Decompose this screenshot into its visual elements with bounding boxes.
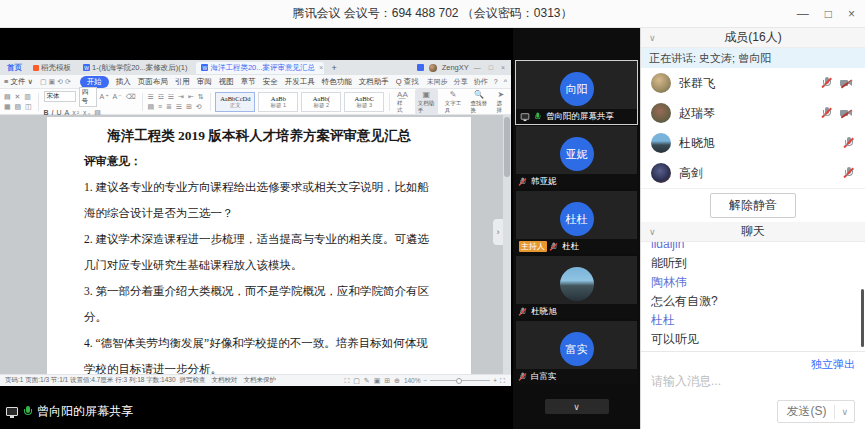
- unmute-button[interactable]: 解除静音: [710, 193, 796, 218]
- member-row-zhangqunfei[interactable]: 张群飞: [641, 68, 865, 98]
- wps-menu-devtools[interactable]: 开发工具: [285, 77, 315, 87]
- wps-menu-find[interactable]: Q 查找: [396, 77, 419, 87]
- styles-tool[interactable]: A͟A样式: [395, 90, 410, 114]
- wps-menu-view[interactable]: 视图: [219, 77, 234, 87]
- protection-status[interactable]: 文档未保护: [244, 376, 277, 385]
- chat-message-list[interactable]: lidaijin 能听到 陶林伟 怎么有自激? 杜杜 可以听见: [641, 242, 865, 351]
- wps-file-menu[interactable]: ≡ 文件 ∨: [4, 77, 33, 87]
- wps-menu-layout[interactable]: 页面布局: [138, 77, 168, 87]
- zoom-slider[interactable]: [430, 380, 490, 381]
- document-page[interactable]: 海洋工程类 2019 版本科人才培养方案评审意见汇总 评审意见： 1. 建议各专…: [47, 117, 471, 374]
- mic-muted-icon[interactable]: [822, 77, 831, 89]
- wps-menu-insert[interactable]: 插入: [116, 77, 131, 87]
- wps-collapse-ribbon-icon[interactable]: ^: [504, 78, 507, 85]
- next-page-button[interactable]: ›: [493, 219, 503, 245]
- video-tile-dudu[interactable]: 杜杜 主持人 杜杜: [516, 191, 637, 254]
- zoom-slider-knob[interactable]: [456, 378, 462, 384]
- close-tab-icon[interactable]: ×: [319, 63, 323, 72]
- send-options-chevron-icon[interactable]: ∨: [835, 405, 854, 419]
- video-tile-hanyani[interactable]: 亚妮 韩亚妮: [516, 126, 637, 189]
- wps-collab-button[interactable]: 协作: [474, 77, 488, 87]
- wps-doc-tab-1[interactable]: W 1-(航海学院20...案修改后)(1): [78, 62, 192, 74]
- style-heading2[interactable]: AaBb( 标题 2: [301, 92, 341, 112]
- mic-muted-icon[interactable]: [844, 167, 853, 179]
- view-mode-icons[interactable]: ⛶ ▢ ✎ ▣ ⊞ ⊕: [344, 377, 400, 385]
- chat-input[interactable]: [651, 372, 855, 390]
- zoom-level[interactable]: 140%: [404, 377, 421, 384]
- chat-sender: lidaijin: [651, 242, 855, 254]
- font-size-select[interactable]: 四号: [79, 87, 97, 107]
- avatar: [651, 163, 671, 183]
- chat-message: 怎么有自激?: [651, 292, 855, 311]
- collapse-strip-button[interactable]: ∨: [545, 399, 609, 414]
- font-name-select[interactable]: 宋体: [44, 91, 76, 102]
- text-tool[interactable]: ✎文字工具: [443, 90, 464, 114]
- wps-sync-status[interactable]: 未同步: [427, 77, 448, 87]
- paragraph-group[interactable]: ☰ ☲ ☱ ⇥ ⇤ ⇅ ▤ ≡ ≣ ☰ ⊞ ⟲: [147, 93, 204, 111]
- video-tile-zengxiangyang[interactable]: 向阳 曾向阳的屏幕共享: [516, 61, 637, 124]
- wps-menu-section[interactable]: 章节: [241, 77, 256, 87]
- style-heading3[interactable]: AaBbC 标题 3: [344, 92, 384, 112]
- review-item: 4. “德智体美劳均衡发展”好像和学校提的不一致。培养目标如何体现学校的目标请进…: [84, 330, 434, 374]
- member-row-duxiaoxu[interactable]: 杜晓旭: [641, 128, 865, 158]
- wps-menu-assistant[interactable]: 文档助手: [359, 77, 389, 87]
- find-replace-tool[interactable]: 🔍查找替换: [469, 90, 490, 114]
- wps-user-avatar[interactable]: [429, 64, 437, 72]
- camera-off-icon[interactable]: [840, 79, 853, 88]
- camera-off-icon[interactable]: [840, 109, 853, 118]
- maximize-icon[interactable]: □: [825, 8, 832, 20]
- zoom-out-icon[interactable]: −: [424, 377, 428, 384]
- wps-document-area: 海洋工程类 2019 版本科人才培养方案评审意见汇总 评审意见： 1. 建议各专…: [0, 115, 511, 374]
- member-row-gaojian[interactable]: 高剑: [641, 158, 865, 188]
- wps-help-button[interactable]: ?: [494, 78, 498, 85]
- clipboard-group[interactable]: ▤ ✕ ▥ ▦ ▧ ◫: [4, 93, 33, 111]
- send-button[interactable]: 发送(S) ∨: [777, 400, 855, 423]
- avatar: 向阳: [560, 72, 594, 106]
- document-title: 海洋工程类 2019 版本科人才培养方案评审意见汇总: [84, 123, 434, 148]
- new-tab-button[interactable]: +: [328, 63, 339, 73]
- wps-window-controls[interactable]: — □ ×: [474, 64, 508, 71]
- wps-share-button[interactable]: 分享: [454, 77, 468, 87]
- video-tile-duxiaoxu[interactable]: 杜晓旭: [516, 256, 637, 319]
- wps-home-tab[interactable]: 首页: [3, 63, 26, 73]
- chat-input-area: 独立弹出 发送(S) ∨: [641, 351, 865, 429]
- close-icon[interactable]: ×: [848, 8, 855, 20]
- members-panel-header[interactable]: ∨ 成员(16人): [641, 28, 865, 48]
- popout-chat-link[interactable]: 独立弹出: [651, 356, 855, 372]
- rice-template-icon: [33, 65, 39, 71]
- spellcheck-status[interactable]: 拼写检查: [180, 376, 206, 385]
- style-heading1[interactable]: AaBb 标题 1: [258, 92, 298, 112]
- style-normal[interactable]: AaBbCcDd 正文: [215, 92, 255, 112]
- wps-quick-access-icons[interactable]: ▢▣⟲⟳: [40, 78, 73, 86]
- mic-muted-icon[interactable]: [822, 107, 831, 119]
- avatar: [651, 73, 671, 93]
- doc-assistant-tool[interactable]: ▣文档助手: [415, 89, 438, 115]
- wps-menu-features[interactable]: 特色功能: [322, 77, 352, 87]
- screen-share-area: 首页 稻壳模板 W 1-(航海学院20...案修改后)(1) W 海洋工程类20…: [0, 28, 513, 429]
- mic-muted-icon: [519, 307, 526, 316]
- video-tile-baifushi[interactable]: 富实 白富实: [516, 321, 637, 384]
- chat-scrollbar[interactable]: [861, 289, 864, 347]
- chat-message: 能听到: [651, 254, 855, 273]
- proofread-status[interactable]: 文档校对: [212, 376, 238, 385]
- fit-page-icon[interactable]: ⛶: [500, 377, 506, 385]
- wps-menu-review[interactable]: 审阅: [197, 77, 212, 87]
- mic-muted-icon[interactable]: [844, 137, 853, 149]
- status-position-info: 页码:1 页面:1/3 节:1/1 设置值:4.7厘米 行:3 列:18 字数:…: [5, 376, 176, 385]
- select-tool[interactable]: ➤选择: [495, 90, 507, 114]
- wps-vip-icon[interactable]: [417, 64, 424, 71]
- wps-doc-tab-2-active[interactable]: W 海洋工程类20...案评审意见汇总 ×: [196, 62, 324, 74]
- wps-menu-security[interactable]: 安全: [263, 77, 278, 87]
- wps-tab-bar: 首页 稻壳模板 W 1-(航海学院20...案修改后)(1) W 海洋工程类20…: [0, 60, 511, 75]
- wps-templates-tab[interactable]: 稻壳模板: [30, 63, 74, 73]
- member-row-zhaoruiqin[interactable]: 赵瑞琴: [641, 98, 865, 128]
- chevron-down-icon[interactable]: ∨: [649, 227, 656, 237]
- chat-panel-header[interactable]: ∨ 聊天: [641, 222, 865, 242]
- wps-menu-reference[interactable]: 引用: [175, 77, 190, 87]
- document-scrollbar[interactable]: [503, 115, 511, 374]
- minimize-icon[interactable]: —: [797, 8, 809, 20]
- chevron-down-icon[interactable]: ∨: [649, 33, 656, 43]
- host-badge: 主持人: [519, 241, 547, 252]
- zoom-in-icon[interactable]: +: [493, 377, 497, 384]
- video-thumbnail-strip: 向阳 曾向阳的屏幕共享 亚妮 韩亚妮 杜杜 主持人: [513, 28, 640, 429]
